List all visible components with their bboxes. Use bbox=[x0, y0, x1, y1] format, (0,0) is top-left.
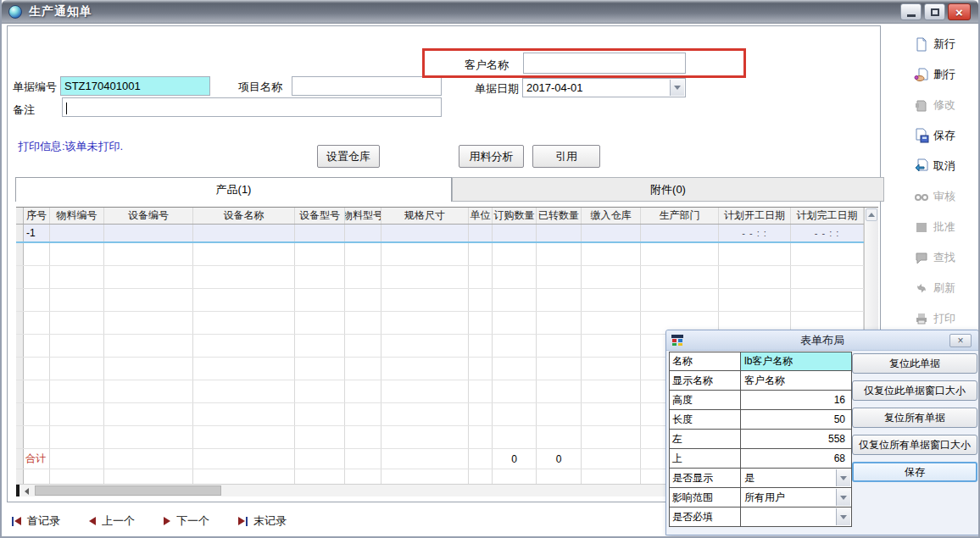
table-cell bbox=[493, 469, 537, 484]
column-header[interactable]: 计划开工日期 bbox=[719, 208, 791, 224]
reference-button[interactable]: 引用 bbox=[532, 145, 600, 168]
column-header[interactable]: 物料型号 bbox=[345, 208, 381, 224]
dialog-title-bar[interactable]: 表单布局 × bbox=[666, 330, 978, 351]
new-row-button[interactable]: 新行 bbox=[890, 29, 978, 59]
column-header[interactable]: 设备编号 bbox=[104, 208, 193, 224]
tab-attachment[interactable]: 附件(0) bbox=[452, 177, 884, 202]
column-header[interactable]: 缴入仓库 bbox=[582, 208, 641, 224]
set-warehouse-button[interactable]: 设置仓库 bbox=[317, 145, 380, 168]
prev-record-button[interactable]: 上一个 bbox=[89, 513, 135, 529]
title-bar[interactable]: 生产通知单 × bbox=[2, 0, 978, 24]
tab-product[interactable]: 产品(1) bbox=[15, 177, 452, 202]
column-header[interactable]: 订购数量 bbox=[493, 208, 537, 224]
table-cell bbox=[641, 266, 719, 288]
prop-value: 是 bbox=[744, 471, 754, 485]
reset-this-window-size-button[interactable]: 仅复位此单据窗口大小 bbox=[852, 380, 977, 401]
grid-splitter[interactable] bbox=[16, 485, 19, 496]
remark-input[interactable] bbox=[62, 97, 442, 117]
column-header[interactable]: 计划完工日期 bbox=[791, 208, 864, 224]
dialog-window-icon bbox=[671, 335, 683, 347]
dialog-close-button[interactable]: × bbox=[949, 334, 972, 347]
prop-top-input[interactable]: 68 bbox=[741, 449, 852, 469]
maximize-button[interactable] bbox=[924, 3, 945, 20]
table-cell bbox=[537, 243, 582, 265]
table-cell bbox=[345, 312, 381, 334]
table-cell bbox=[24, 403, 50, 425]
table-cell bbox=[537, 266, 582, 288]
scroll-up-icon[interactable] bbox=[866, 208, 877, 221]
doc-date-dropdown-icon[interactable] bbox=[670, 80, 684, 96]
first-record-button[interactable]: 首记录 bbox=[12, 513, 60, 529]
prop-required-combobox[interactable] bbox=[741, 507, 852, 527]
material-analysis-button[interactable]: 用料分析 bbox=[459, 145, 524, 168]
record-navbar: 首记录 上一个 下一个 末记录 bbox=[2, 508, 654, 534]
table-cell bbox=[493, 289, 537, 311]
prop-length-input[interactable]: 50 bbox=[741, 410, 852, 430]
table-cell bbox=[104, 358, 193, 380]
prop-visible-combobox[interactable]: 是 bbox=[741, 469, 852, 488]
approve-button[interactable]: 批准 bbox=[890, 212, 978, 242]
dropdown-icon[interactable] bbox=[836, 489, 850, 506]
cancel-button[interactable]: 取消 bbox=[890, 151, 978, 181]
reset-all-forms-button[interactable]: 复位所有单据 bbox=[852, 408, 977, 428]
table-cell bbox=[104, 426, 193, 448]
dropdown-icon[interactable] bbox=[836, 469, 850, 486]
table-cell bbox=[104, 403, 193, 425]
doc-no-input[interactable]: STZ170401001 bbox=[60, 76, 210, 96]
save-button[interactable]: 保存 bbox=[890, 120, 978, 151]
table-cell bbox=[193, 266, 295, 288]
doc-date-combobox[interactable]: 2017-04-01 bbox=[522, 78, 686, 97]
sidebar-item-label: 新行 bbox=[933, 36, 955, 52]
last-record-button[interactable]: 末记录 bbox=[238, 513, 287, 529]
prop-left-input[interactable]: 558 bbox=[741, 430, 852, 449]
refresh-button[interactable]: 刷新 bbox=[890, 273, 978, 303]
modify-button[interactable]: 修改 bbox=[890, 90, 978, 120]
project-name-input[interactable] bbox=[292, 76, 442, 96]
table-cell bbox=[381, 335, 469, 357]
column-header[interactable]: 设备型号 bbox=[295, 208, 345, 224]
column-header[interactable]: 已转数量 bbox=[537, 208, 582, 224]
prop-display-name-input[interactable]: 客户名称 bbox=[741, 371, 852, 391]
dialog-save-button[interactable]: 保存 bbox=[852, 462, 977, 482]
table-cell bbox=[493, 403, 537, 425]
table-cell bbox=[345, 266, 381, 288]
dropdown-icon[interactable] bbox=[836, 508, 850, 525]
audit-button[interactable]: 审核 bbox=[890, 181, 978, 212]
column-header[interactable]: 生产部门 bbox=[641, 208, 719, 224]
reset-all-window-size-button[interactable]: 仅复位所有单据窗口大小 bbox=[852, 435, 977, 455]
table-cell bbox=[582, 403, 641, 425]
scrollbar-thumb[interactable] bbox=[35, 485, 221, 496]
table-cell bbox=[537, 289, 582, 311]
minimize-button[interactable] bbox=[900, 3, 922, 20]
scroll-left-icon[interactable] bbox=[20, 485, 33, 496]
table-cell bbox=[582, 335, 641, 357]
prop-name-input[interactable]: lb客户名称 bbox=[741, 352, 852, 371]
delete-row-button[interactable]: 删行 bbox=[890, 59, 978, 90]
table-cell bbox=[16, 266, 24, 288]
new-row-icon bbox=[914, 36, 929, 52]
table-cell bbox=[295, 469, 345, 484]
column-header[interactable]: 物料编号 bbox=[50, 208, 104, 224]
table-cell bbox=[193, 403, 295, 425]
next-record-button[interactable]: 下一个 bbox=[164, 513, 209, 529]
column-header[interactable]: 设备名称 bbox=[193, 208, 295, 224]
prop-height-input[interactable]: 16 bbox=[741, 391, 852, 410]
reset-this-form-button[interactable]: 复位此单据 bbox=[852, 353, 977, 374]
table-cell bbox=[24, 358, 50, 380]
table-cell bbox=[582, 289, 641, 311]
close-button[interactable]: × bbox=[948, 3, 971, 20]
prop-scope-combobox[interactable]: 所有用户 bbox=[741, 488, 852, 507]
column-header[interactable]: 单位 bbox=[469, 208, 493, 224]
doc-no-label: 单据编号 bbox=[13, 80, 57, 95]
table-cell bbox=[104, 380, 193, 402]
refresh-icon bbox=[914, 280, 929, 296]
table-cell bbox=[381, 312, 469, 334]
sidebar-item-label: 审核 bbox=[933, 189, 955, 204]
column-header[interactable]: 序号 bbox=[24, 208, 50, 224]
table-cell bbox=[193, 469, 295, 484]
table-row-selected[interactable]: -1 - - : : - - : : bbox=[16, 225, 864, 243]
print-info-text: 打印信息:该单未打印. bbox=[18, 139, 123, 154]
column-header[interactable]: 规格尺寸 bbox=[381, 208, 469, 224]
table-cell bbox=[345, 358, 381, 380]
find-button[interactable]: 查找 bbox=[890, 242, 978, 273]
